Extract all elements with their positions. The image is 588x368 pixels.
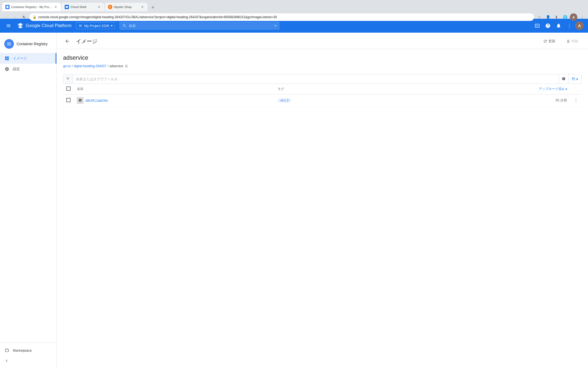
table-container: 名前 タグ アップロード済み ▾: [63, 84, 582, 107]
row-tag-badge: v0.1.3: [278, 98, 291, 103]
sidebar-item-images-label: イメージ: [13, 56, 27, 61]
tab-close-shell[interactable]: ✕: [97, 5, 101, 9]
th-uploaded: アップロード済み ▾: [382, 84, 570, 94]
filter-icon: [63, 75, 73, 84]
sidebar-header: Container Registry: [0, 37, 56, 53]
sidebar-collapse-button[interactable]: [0, 356, 56, 366]
cloud-shell-button[interactable]: [532, 21, 542, 31]
back-nav-button[interactable]: ←: [2, 13, 10, 21]
sidebar-top: Container Registry イメージ 設定: [0, 33, 56, 343]
main-content: イメージ 更新 削除 adservice gcr.io / digital-he…: [57, 33, 588, 368]
lock-icon: 🔒: [33, 15, 37, 19]
svg-point-2: [110, 6, 111, 8]
row-more-button[interactable]: ⋮: [574, 97, 578, 103]
name-cell-content: d8cf411ab24d: [77, 97, 271, 104]
bookmark-button[interactable]: ☆: [536, 13, 543, 21]
table-row: d8cf411ab24d v0.1.3 35 分前 ⋮: [63, 94, 582, 107]
row-checkbox-cell: [63, 94, 74, 107]
sidebar-logo: [4, 39, 14, 49]
project-dropdown-icon: ▾: [111, 24, 113, 28]
th-tags: タグ: [274, 84, 382, 94]
translate-button[interactable]: 🌐: [561, 13, 569, 21]
filter-input[interactable]: [73, 75, 559, 83]
image-name: adservice: [63, 54, 582, 61]
sidebar-item-settings-label: 設定: [13, 67, 20, 71]
forward-nav-button[interactable]: →: [11, 13, 19, 21]
notifications-button[interactable]: [554, 21, 563, 31]
header-actions: ⋮ A: [532, 21, 584, 31]
tab-title-shop: Hipster Shop: [114, 5, 139, 9]
search-expand-icon: ▾: [275, 24, 276, 28]
images-icon: [4, 56, 10, 61]
columns-label: 列: [572, 77, 575, 81]
filter-help-button[interactable]: [559, 75, 568, 84]
sidebar-item-marketplace-label: Marketplace: [13, 348, 32, 352]
user-avatar-browser[interactable]: A: [570, 13, 577, 21]
marketplace-icon: [4, 348, 10, 353]
tab-favicon-shell: [65, 5, 69, 9]
reload-nav-button[interactable]: ↻: [20, 13, 28, 21]
row-uploaded-cell: 35 分前: [382, 94, 570, 107]
browser-tabs: Container Registry - My Proje... ✕ Cloud…: [0, 0, 588, 11]
back-button[interactable]: [63, 37, 72, 45]
browser-chrome: Container Registry - My Proje... ✕ Cloud…: [0, 0, 588, 19]
breadcrumb-project[interactable]: digital-heading-264207: [74, 64, 106, 68]
th-checkbox: [63, 84, 74, 94]
row-name-cell: d8cf411ab24d: [74, 94, 274, 107]
tab-close-gcp[interactable]: ✕: [53, 5, 58, 9]
project-name: My Project 3335: [84, 24, 109, 28]
download-button[interactable]: ⬇: [553, 13, 560, 21]
app-name: Google Cloud Platform: [26, 23, 72, 28]
breadcrumb-sep-2: /: [107, 64, 108, 68]
settings-icon: [4, 66, 10, 72]
browser-actions: ☆ 👤 ⬇ 🌐 A ⋮: [536, 13, 586, 21]
search-input[interactable]: [129, 24, 273, 28]
row-time-ago: 35 分前: [555, 98, 567, 102]
search-bar[interactable]: ▾: [119, 21, 280, 30]
columns-dropdown-icon: ▾: [576, 77, 578, 81]
breadcrumb: gcr.io / digital-heading-264207 / adserv…: [63, 63, 582, 69]
columns-button[interactable]: 列 ▾: [568, 74, 581, 84]
user-avatar[interactable]: A: [575, 21, 584, 30]
sidebar-item-marketplace[interactable]: Marketplace: [0, 345, 56, 356]
help-button[interactable]: [543, 21, 553, 31]
row-checkbox[interactable]: [66, 98, 71, 102]
page-title: イメージ: [76, 38, 536, 45]
select-all-checkbox[interactable]: [66, 86, 71, 91]
profile-extension-button[interactable]: 👤: [544, 13, 552, 21]
app-body: Container Registry イメージ 設定: [0, 33, 588, 368]
row-actions-cell: ⋮: [570, 94, 582, 107]
copy-path-button[interactable]: ⎘: [124, 63, 129, 69]
svg-point-0: [6, 6, 9, 8]
image-thumbnail: [77, 97, 83, 104]
tab-cloud-shell[interactable]: Cloud Shell ✕: [61, 3, 104, 11]
page-header: イメージ 更新 削除: [57, 33, 588, 49]
filter-bar: 列 ▾: [63, 74, 582, 84]
row-name[interactable]: d8cf411ab24d: [86, 98, 107, 103]
tab-close-shop[interactable]: ✕: [140, 5, 144, 9]
sidebar-item-settings[interactable]: 設定: [0, 64, 56, 74]
hamburger-menu-button[interactable]: [4, 21, 13, 30]
svg-rect-1: [66, 6, 68, 8]
sidebar-item-images[interactable]: イメージ: [0, 53, 56, 64]
tab-container-registry[interactable]: Container Registry - My Proje... ✕: [2, 3, 61, 11]
sidebar: Container Registry イメージ 設定: [0, 33, 57, 368]
tab-favicon-gcp: [5, 5, 10, 9]
images-table: 名前 タグ アップロード済み ▾: [63, 84, 582, 107]
breadcrumb-gcrio[interactable]: gcr.io: [63, 64, 71, 68]
project-selector[interactable]: My Project 3335 ▾: [76, 22, 115, 29]
uploaded-sort-icon[interactable]: ▾: [566, 87, 567, 91]
tab-title-gcp: Container Registry - My Proje...: [11, 5, 52, 9]
tab-hipster-shop[interactable]: Hipster Shop ✕: [105, 3, 148, 11]
refresh-label: 更新: [548, 39, 555, 44]
menu-button[interactable]: ⋮: [578, 13, 586, 21]
breadcrumb-current: adservice: [109, 64, 123, 68]
address-bar[interactable]: 🔒 console.cloud.google.com/gcr/images/di…: [29, 13, 534, 21]
refresh-button[interactable]: 更新: [540, 37, 559, 45]
tab-favicon-shop: [108, 5, 112, 9]
new-tab-button[interactable]: +: [149, 4, 157, 11]
delete-button[interactable]: 削除: [563, 37, 582, 45]
sidebar-title: Container Registry: [17, 42, 48, 46]
tab-title-shell: Cloud Shell: [71, 5, 96, 9]
more-options-button[interactable]: ⋮: [564, 21, 574, 31]
